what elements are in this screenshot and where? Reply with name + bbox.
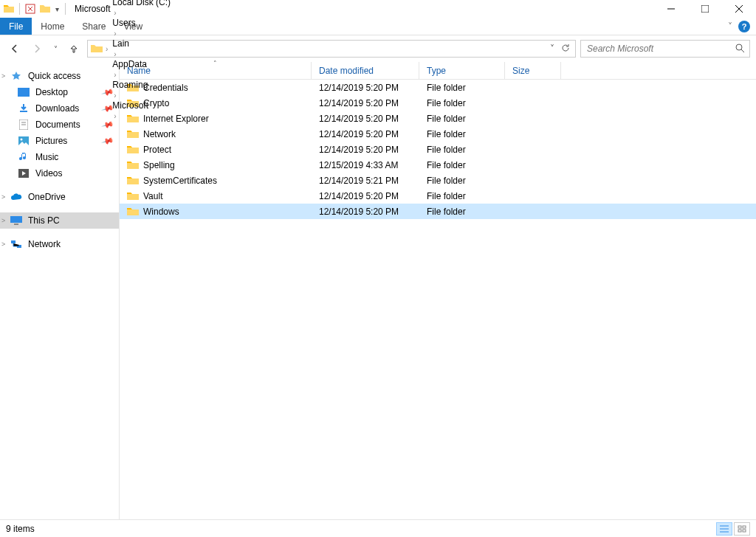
file-date: 12/14/2019 5:20 PM: [312, 129, 419, 139]
file-date: 12/14/2019 5:20 PM: [312, 145, 419, 155]
close-button[interactable]: [722, 0, 756, 18]
status-bar: 9 items: [0, 519, 756, 537]
breadcrumb-segment[interactable]: Users: [111, 18, 172, 28]
pictures-icon: [18, 135, 30, 147]
qat-properties-icon[interactable]: [24, 3, 36, 15]
nav-videos[interactable]: Videos: [0, 165, 119, 181]
file-type: File folder: [419, 176, 505, 186]
file-type: File folder: [419, 207, 505, 217]
onedrive-icon: [10, 191, 22, 203]
folder-icon: [127, 144, 139, 156]
file-type: File folder: [419, 191, 505, 201]
file-row[interactable]: Protect12/14/2019 5:20 PMFile folder: [120, 142, 756, 157]
breadcrumb-segment[interactable]: Local Disk (C:): [111, 0, 172, 7]
minimize-button[interactable]: [654, 0, 688, 18]
file-row[interactable]: SystemCertificates12/14/2019 5:21 PMFile…: [120, 173, 756, 188]
refresh-icon[interactable]: [557, 43, 574, 55]
qat-newfolder-icon[interactable]: [39, 3, 51, 15]
file-name: Windows: [143, 207, 179, 217]
svg-rect-17: [11, 240, 16, 243]
column-name[interactable]: Name ˄: [120, 62, 312, 79]
column-date[interactable]: Date modified: [312, 62, 419, 79]
svg-rect-24: [738, 530, 741, 532]
maximize-button[interactable]: [688, 0, 722, 18]
expand-icon[interactable]: >: [1, 72, 5, 80]
breadcrumb-segment[interactable]: Lain: [111, 38, 172, 49]
view-large-icons-button[interactable]: [734, 522, 750, 536]
nav-documents[interactable]: Documents 📌: [0, 117, 119, 133]
search-icon[interactable]: [735, 43, 745, 55]
file-row[interactable]: Credentials12/14/2019 5:20 PMFile folder: [120, 80, 756, 95]
file-row[interactable]: Spelling12/15/2019 4:33 AMFile folder: [120, 157, 756, 173]
search-input[interactable]: [585, 43, 735, 55]
star-icon: [10, 70, 22, 82]
address-bar[interactable]: › This PC›Local Disk (C:)›Users›Lain›App…: [87, 40, 576, 58]
search-box[interactable]: [580, 40, 750, 58]
nav-label: Downloads: [35, 103, 79, 114]
file-date: 12/14/2019 5:20 PM: [312, 207, 419, 217]
back-button[interactable]: [6, 40, 24, 58]
file-row[interactable]: Windows12/14/2019 5:20 PMFile folder: [120, 204, 756, 219]
tab-file[interactable]: File: [0, 18, 32, 35]
nav-label: Pictures: [35, 136, 67, 146]
tab-home[interactable]: Home: [32, 18, 73, 35]
file-row[interactable]: Crypto12/14/2019 5:20 PMFile folder: [120, 95, 756, 111]
pin-icon: 📌: [101, 86, 115, 99]
folder-icon: [127, 159, 139, 171]
nav-music[interactable]: Music: [0, 149, 119, 165]
recent-locations-button[interactable]: ˅: [50, 40, 61, 58]
svg-rect-16: [14, 224, 18, 225]
file-name: Vault: [143, 191, 162, 201]
nav-this-pc[interactable]: > This PC: [0, 212, 119, 229]
nav-label: This PC: [28, 215, 60, 226]
file-row[interactable]: Vault12/14/2019 5:20 PMFile folder: [120, 188, 756, 204]
help-icon[interactable]: ?: [738, 21, 750, 32]
file-list-area: Name ˄ Date modified Type Size Credentia…: [120, 62, 756, 519]
chevron-right-icon[interactable]: ›: [111, 30, 119, 38]
nav-desktop[interactable]: Desktop 📌: [0, 84, 119, 100]
folder-icon: [127, 128, 139, 140]
svg-rect-25: [743, 530, 746, 532]
column-type[interactable]: Type: [419, 62, 505, 79]
nav-label: Videos: [35, 168, 62, 179]
view-details-button[interactable]: [716, 522, 732, 536]
nav-network[interactable]: > Network: [0, 236, 119, 252]
window-title: Microsoft: [75, 4, 111, 14]
address-dropdown-icon[interactable]: ˅: [550, 44, 554, 54]
folder-icon: [127, 190, 139, 202]
desktop-icon: [18, 86, 30, 98]
svg-point-5: [736, 44, 742, 50]
file-row[interactable]: Network12/14/2019 5:20 PMFile folder: [120, 126, 756, 142]
svg-line-6: [741, 49, 744, 52]
chevron-right-icon[interactable]: ›: [111, 50, 119, 58]
nav-downloads[interactable]: Downloads 📌: [0, 100, 119, 117]
qat-customize-icon[interactable]: ▾: [54, 5, 61, 13]
up-button[interactable]: [65, 40, 83, 58]
qat-separator: [19, 3, 20, 15]
file-rows: Credentials12/14/2019 5:20 PMFile folder…: [120, 80, 756, 519]
forward-button[interactable]: [28, 40, 46, 58]
expand-icon[interactable]: >: [1, 240, 5, 248]
folder-icon: [127, 206, 139, 218]
tab-share[interactable]: Share: [73, 18, 114, 35]
chevron-right-icon[interactable]: ›: [111, 9, 119, 17]
column-size[interactable]: Size: [505, 62, 561, 79]
file-type: File folder: [419, 98, 505, 108]
breadcrumb-segment[interactable]: Roaming: [111, 80, 172, 90]
nav-onedrive[interactable]: > OneDrive: [0, 189, 119, 205]
qat-separator-2: [65, 3, 66, 15]
nav-quick-access[interactable]: > Quick access: [0, 68, 119, 84]
file-date: 12/14/2019 5:20 PM: [312, 191, 419, 201]
chevron-right-icon[interactable]: ›: [103, 45, 111, 53]
file-name: Spelling: [143, 160, 175, 170]
file-row[interactable]: Internet Explorer12/14/2019 5:20 PMFile …: [120, 111, 756, 126]
breadcrumb-segment[interactable]: Microsoft: [111, 100, 172, 111]
expand-icon[interactable]: >: [1, 217, 5, 224]
svg-rect-23: [743, 526, 746, 528]
file-type: File folder: [419, 160, 505, 170]
svg-rect-7: [18, 88, 30, 95]
ribbon-expand-icon[interactable]: ˅: [728, 21, 732, 32]
expand-icon[interactable]: >: [1, 193, 5, 201]
file-name: SystemCertificates: [143, 176, 217, 186]
nav-pictures[interactable]: Pictures 📌: [0, 133, 119, 149]
